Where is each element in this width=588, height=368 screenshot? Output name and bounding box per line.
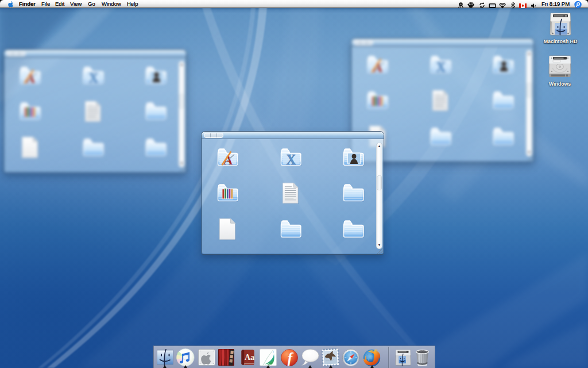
svg-text:Aa: Aa — [245, 353, 254, 362]
